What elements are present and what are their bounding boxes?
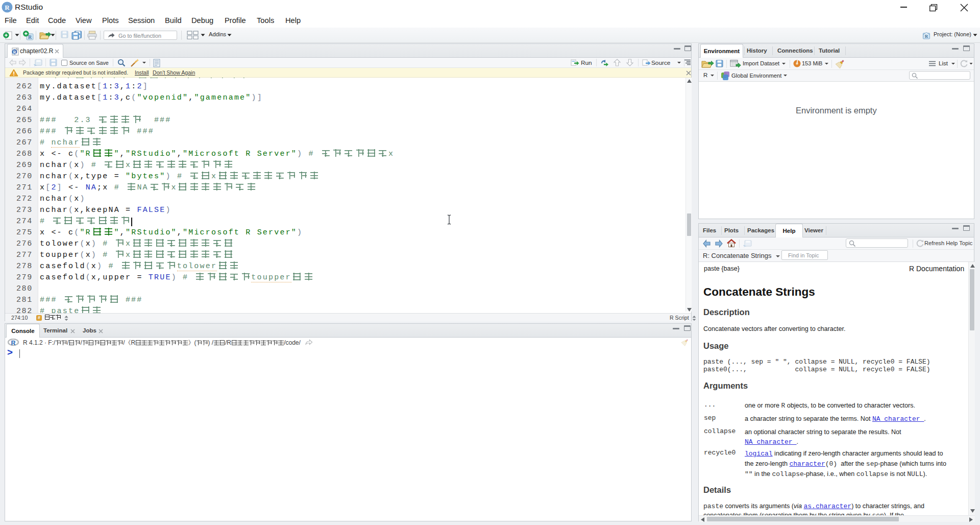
svg-text:R: R bbox=[5, 4, 10, 11]
svg-text:R: R bbox=[13, 50, 16, 55]
svg-text:R: R bbox=[925, 34, 928, 39]
svg-text:R: R bbox=[11, 340, 15, 347]
svg-text:R: R bbox=[28, 34, 32, 40]
